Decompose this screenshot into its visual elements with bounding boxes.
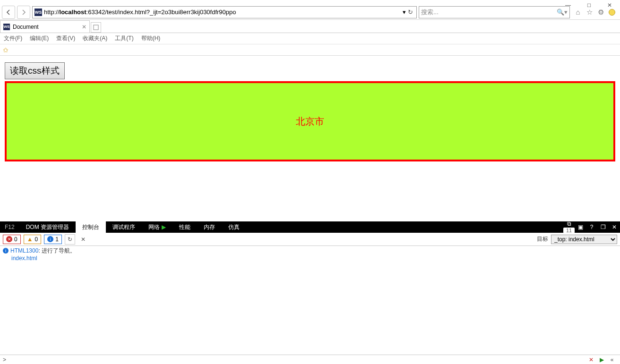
- url-dropdown-icon[interactable]: ▾: [403, 8, 406, 16]
- browser-tab[interactable]: WS Document ✕: [0, 20, 90, 33]
- devtools-help-icon[interactable]: ?: [586, 224, 597, 230]
- console-run-icon[interactable]: ▶: [596, 356, 607, 363]
- info-icon: i: [47, 236, 53, 242]
- log-code: HTML1300: [10, 247, 38, 254]
- search-box[interactable]: 搜索... 🔍 ▾: [419, 6, 570, 18]
- title-bar: [0, 0, 620, 5]
- menu-view[interactable]: 查看(V): [56, 34, 75, 42]
- warning-count-badge[interactable]: ▲ 0: [24, 235, 42, 244]
- menu-help[interactable]: 帮助(H): [141, 34, 161, 42]
- info-count-badge[interactable]: i 1: [44, 235, 62, 244]
- devtools-tabstrip: F12 DOM 资源管理器 控制台 调试程序 网络 ▶ 性能 内存 仿真 ⧉ 1…: [0, 221, 620, 233]
- devtools-undock-icon[interactable]: ▣: [575, 224, 586, 230]
- address-bar[interactable]: WS http://localhost:63342/test/index.htm…: [32, 6, 417, 18]
- read-css-button[interactable]: 读取css样式: [5, 62, 65, 79]
- favorites-bar: ✩: [0, 44, 620, 56]
- menu-file[interactable]: 文件(F): [4, 34, 22, 42]
- devtools-tab-console[interactable]: 控制台: [76, 221, 106, 233]
- site-favicon: WS: [34, 8, 42, 16]
- window-maximize-button[interactable]: ☐: [578, 0, 599, 10]
- green-box: 北京市: [5, 81, 615, 161]
- back-button[interactable]: [2, 6, 15, 19]
- devtools-f12-label: F12: [0, 224, 19, 230]
- tab-favicon: WS: [3, 24, 10, 30]
- devtools-tab-performance[interactable]: 性能: [172, 221, 197, 233]
- devtools-panel: F12 DOM 资源管理器 控制台 调试程序 网络 ▶ 性能 内存 仿真 ⧉ 1…: [0, 221, 620, 364]
- devtools-tab-network[interactable]: 网络 ▶: [142, 221, 172, 233]
- devtools-tab-dom[interactable]: DOM 资源管理器: [19, 221, 76, 233]
- console-toolbar: ✕ 0 ▲ 0 i 1 ↻ ✕ 目标 _top: index.html: [0, 233, 620, 246]
- add-favorite-icon[interactable]: ✩: [3, 46, 9, 54]
- target-select[interactable]: _top: index.html: [551, 235, 617, 244]
- log-file-link[interactable]: index.html: [11, 255, 617, 262]
- browser-toolbar: WS http://localhost:63342/test/index.htm…: [0, 5, 620, 20]
- menu-bar: 文件(F) 编辑(E) 查看(V) 收藏夹(A) 工具(T) 帮助(H): [0, 33, 620, 44]
- forward-button[interactable]: [17, 6, 30, 19]
- console-stop-icon[interactable]: ✕: [586, 356, 596, 363]
- console-command-line[interactable]: > ✕ ▶ «: [0, 355, 620, 364]
- menu-edit[interactable]: 编辑(E): [30, 34, 49, 42]
- error-icon: ✕: [6, 236, 12, 242]
- error-count-badge[interactable]: ✕ 0: [3, 235, 21, 244]
- search-placeholder: 搜索...: [421, 8, 557, 17]
- console-clear-button[interactable]: ✕: [78, 234, 88, 245]
- devtools-dock-icon[interactable]: ⧉ 11: [563, 220, 575, 234]
- box-text: 北京市: [296, 115, 324, 128]
- new-tab-button[interactable]: [91, 22, 101, 33]
- window-close-button[interactable]: ✕: [599, 0, 620, 10]
- tab-strip: WS Document ✕: [0, 20, 620, 33]
- console-output: i HTML1300: 进行了导航。 index.html: [0, 246, 620, 355]
- menu-tools[interactable]: 工具(T): [115, 34, 133, 42]
- window-minimize-button[interactable]: —: [558, 0, 578, 10]
- prompt-icon: >: [3, 356, 6, 363]
- log-info-icon: i: [3, 248, 9, 254]
- console-refresh-button[interactable]: ↻: [65, 234, 75, 245]
- console-expand-icon[interactable]: «: [607, 356, 617, 363]
- devtools-close-icon[interactable]: ✕: [609, 224, 620, 230]
- devtools-tab-memory[interactable]: 内存: [197, 221, 222, 233]
- target-label: 目标: [537, 235, 548, 243]
- devtools-tab-debugger[interactable]: 调试程序: [106, 221, 142, 233]
- menu-favorites[interactable]: 收藏夹(A): [83, 34, 107, 42]
- devtools-tab-emulation[interactable]: 仿真: [222, 221, 246, 233]
- url-text: http://localhost:63342/test/index.html?_…: [44, 8, 403, 16]
- reload-button[interactable]: ↻: [406, 8, 414, 16]
- devtools-copy-icon[interactable]: ❐: [597, 224, 609, 230]
- warning-icon: ▲: [27, 236, 33, 243]
- svg-rect-0: [94, 25, 98, 30]
- play-icon: ▶: [162, 224, 166, 230]
- tab-close-icon[interactable]: ✕: [82, 24, 86, 30]
- page-content: 读取css样式 北京市: [0, 56, 620, 221]
- tab-title: Document: [13, 24, 79, 30]
